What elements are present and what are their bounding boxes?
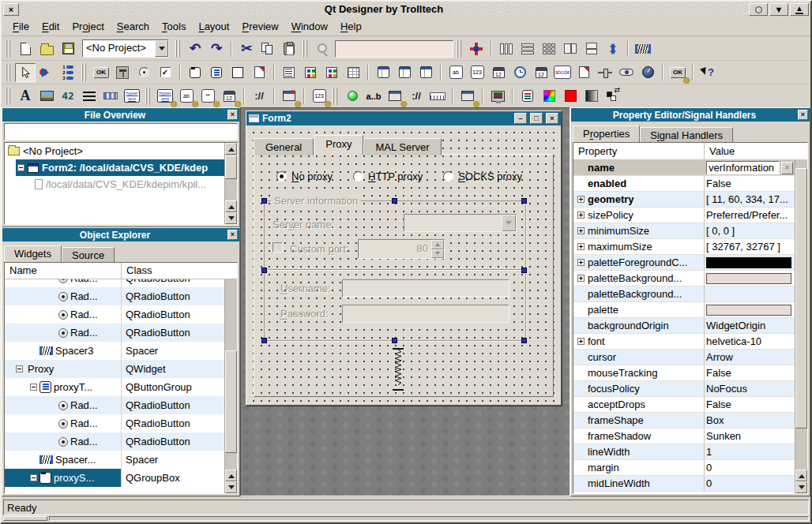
property-row[interactable]: paletteBackground... [573,271,795,286]
property-editor-scrollbar[interactable] [795,160,807,493]
property-row[interactable]: geometry [ 11, 60, 334, 17... [573,192,795,208]
klineedit-widget-button[interactable]: ab⚙ [176,87,197,106]
dateedit-widget-button[interactable]: 12 [488,63,509,82]
scroll-thumb[interactable] [225,350,237,453]
tree-item-form2[interactable]: Form2: /local/data/CVS_KDE/kdep [16,159,224,176]
collapse-icon[interactable] [16,365,23,372]
property-row[interactable]: paletteBackground... [573,286,795,302]
object-row[interactable]: Rad... QRadioButton [5,396,224,414]
spinbox-widget-button[interactable]: 123 [467,63,487,82]
property-row-name[interactable]: name verInformation × [573,160,795,176]
form-tab[interactable]: Proxy [314,135,363,155]
expand-icon[interactable] [577,275,585,282]
layout-vertical-button[interactable] [517,39,538,58]
tree-item-no-project[interactable]: <No Project> [5,143,224,159]
menu-item[interactable]: Layout [192,19,235,34]
scroll-up-button[interactable] [225,143,237,155]
scroll-up-button[interactable] [795,470,807,481]
property-row[interactable]: enabled False [573,176,795,192]
pushbutton-widget-button[interactable]: OK [91,63,111,82]
toolbar-grip[interactable] [6,40,12,58]
add-spacer-button[interactable] [633,39,653,58]
scrollbar-widget-button[interactable] [616,63,637,82]
groupbox-widget-button[interactable] [185,63,205,82]
object-explorer-scrollbar[interactable] [224,279,237,493]
kdatewidget-button[interactable]: 12⚙ [219,87,239,106]
kcolorpicker-widget-button[interactable] [539,87,559,106]
listbox-widget-button[interactable] [279,63,299,82]
form-tab[interactable]: General [254,138,314,155]
whats-this-button[interactable]: ? [697,63,718,82]
menu-item[interactable]: Search [111,19,156,34]
dataview-widget-button[interactable] [394,63,415,82]
property-row[interactable]: frameShape Box [573,413,795,429]
username-field[interactable] [342,279,509,298]
textview-widget-button[interactable]: hypertext [122,87,142,106]
object-row[interactable]: Rad... QRadioButton [5,432,224,451]
datatable-widget-button[interactable] [415,63,436,82]
copy-button[interactable] [258,39,278,58]
tab-source[interactable]: Source [62,247,115,263]
port-spinbox[interactable]: 80 [358,239,445,259]
proxy-radio[interactable]: SOCKS proxy [443,170,522,182]
line-widget-button[interactable] [79,87,100,106]
undo-button[interactable]: ↶ [185,39,205,58]
property-row[interactable]: lineWidth 1 [573,444,795,460]
selection-handle[interactable] [521,338,527,343]
clear-value-button[interactable]: × [781,162,793,174]
custom-widget-button[interactable]: OK⚙ [667,63,688,82]
selection-handle[interactable] [261,338,267,343]
object-row[interactable]: proxyS... QGroupBox [5,469,224,487]
pixmaplabel-widget-button[interactable] [36,87,57,106]
datetimeedit-widget-button[interactable]: 12 [531,63,551,82]
expand-icon[interactable] [577,196,585,203]
layout-grid-button[interactable] [539,39,559,58]
project-select[interactable]: <No Project> [82,39,169,58]
object-explorer-titlebar[interactable]: Object Explorer × [2,228,239,241]
khtmlpart-widget-button[interactable]: hypertext⚙ [155,87,175,106]
expand-icon[interactable] [577,243,585,250]
menu-item[interactable]: Edit [36,19,66,34]
window-titlebar[interactable]: × Qt Designer by Trolltech ▼ ▲ [2,2,810,17]
collapse-icon[interactable] [30,384,37,391]
collapse-icon[interactable] [30,474,37,481]
server-information-groupbox[interactable]: Server information Server name: Custom p… [264,200,526,341]
form2-titlebar[interactable]: Form2 – □ × [246,111,561,125]
kpassword-widget-button[interactable]: **⚙ [197,87,218,106]
slider-widget-button[interactable] [595,63,615,82]
property-row[interactable]: frameShadow Sunken [573,429,795,444]
property-row[interactable]: minimumSize [ 0, 0 ] [573,223,795,239]
kdualcolor-widget-button[interactable] [603,87,623,106]
textlabel-widget-button[interactable]: A [15,87,36,106]
close-icon[interactable]: × [227,110,238,120]
cut-button[interactable]: ✂ [236,39,257,58]
property-row[interactable]: acceptDrops False [573,397,795,413]
property-row[interactable]: margin 0 [573,460,795,476]
toolbar-grip[interactable] [6,88,12,105]
selection-handle[interactable] [392,198,397,204]
form-minimize-button[interactable]: – [514,113,527,124]
open-file-button[interactable] [36,39,57,58]
textedit-widget-button[interactable] [573,63,594,82]
column-header-property[interactable]: Property [573,143,705,159]
object-row[interactable]: Spacer3 Spacer [5,342,224,360]
object-row[interactable]: Proxy QWidget [5,360,224,378]
knuminput-widget-button[interactable]: 123⚙ [309,87,329,106]
menu-item[interactable]: Project [66,19,110,34]
close-icon[interactable]: × [227,230,238,240]
tree-item-form-file[interactable]: /local/data/CVS_KDE/kdepim/kpil... [32,176,224,193]
selection-handle[interactable] [521,268,527,273]
kruler-widget-button[interactable] [427,87,448,106]
databrowser-widget-button[interactable] [373,63,393,82]
project-select-arrow[interactable] [155,40,168,57]
toolbar-grip[interactable] [145,88,152,105]
spin-up-button[interactable] [431,240,444,249]
buttongroup-widget-button[interactable] [206,63,227,82]
property-row[interactable]: backgroundOrigin WidgetOrigin [573,318,795,334]
radiobutton-widget-button[interactable] [133,63,154,82]
property-row[interactable]: focusPolicy NoFocus [573,381,795,397]
form2-window[interactable]: Form2 – □ × General Proxy MAL Server [246,110,562,406]
vertical-spacer[interactable] [390,347,406,391]
property-row[interactable]: midLineWidth 0 [573,476,795,492]
spin-down-button[interactable] [431,249,444,259]
